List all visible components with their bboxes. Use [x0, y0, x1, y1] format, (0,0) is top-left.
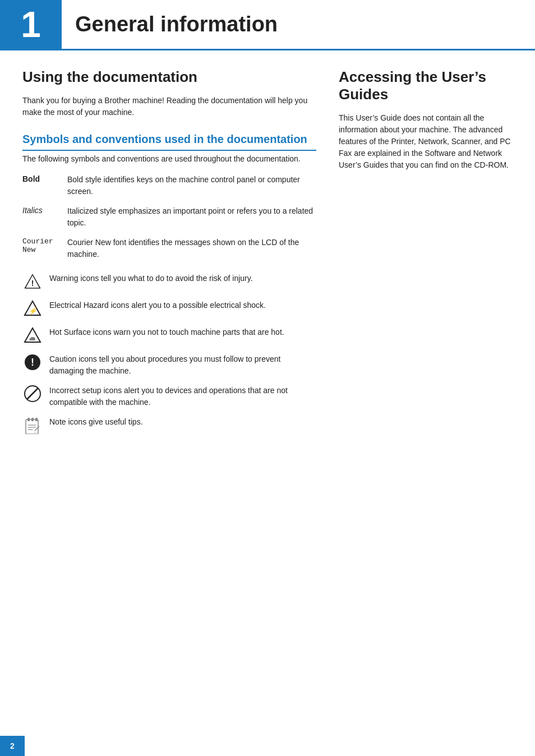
electrical-icon-desc: Electrical Hazard icons alert you to a p… [49, 298, 316, 311]
term-italic: Italics [22, 205, 67, 215]
symbols-conventions-title: Symbols and conventions used in the docu… [22, 132, 316, 151]
hot-surface-icon [24, 326, 41, 344]
convention-table: Bold Bold style identifies keys on the m… [22, 174, 316, 260]
svg-text:!: ! [31, 279, 34, 288]
icon-row-hot-surface: Hot Surface icons warn you not to touch … [22, 325, 316, 345]
hot-surface-icon-cell [22, 325, 43, 345]
icon-row-caution: ! Caution icons tell you about procedure… [22, 352, 316, 377]
svg-line-14 [27, 388, 38, 399]
hot-surface-icon-desc: Hot Surface icons warn you not to touch … [49, 325, 316, 338]
svg-marker-23 [34, 432, 36, 433]
electrical-icon-cell: ⚡ [22, 298, 43, 319]
note-icon [24, 416, 41, 434]
main-content: Using the documentation Thank you for bu… [0, 50, 535, 464]
page-number: 2 [10, 741, 15, 750]
svg-line-22 [35, 426, 39, 431]
svg-marker-5 [25, 328, 40, 342]
caution-icon: ! [24, 353, 41, 371]
incorrect-setup-icon-desc: Incorrect setup icons alert you to devic… [49, 384, 316, 408]
using-documentation-intro: Thank you for buying a Brother machine! … [22, 95, 316, 118]
chapter-number: 1 [21, 7, 41, 43]
term-bold: Bold [22, 174, 67, 183]
caution-icon-cell: ! [22, 352, 43, 372]
caution-icon-desc: Caution icons tell you about procedures … [49, 352, 316, 377]
convention-row-courier: CourierNew Courier New font identifies t… [22, 237, 316, 260]
warning-icon-desc: Warning icons tell you what to do to avo… [49, 271, 316, 284]
desc-italic: Italicized style emphasizes an important… [67, 205, 316, 229]
right-column: Accessing the User’s Guides This User’s … [339, 68, 513, 442]
icon-rows: ! Warning icons tell you what to do to a… [22, 271, 316, 435]
svg-rect-15 [26, 420, 38, 434]
svg-rect-17 [31, 418, 34, 421]
electrical-hazard-icon: ⚡ [24, 299, 41, 317]
icon-row-incorrect-setup: Incorrect setup icons alert you to devic… [22, 384, 316, 408]
note-icon-desc: Note icons give useful tips. [49, 415, 316, 428]
page-number-bg: 2 [0, 736, 25, 756]
svg-rect-16 [27, 418, 30, 421]
svg-rect-18 [35, 418, 38, 421]
incorrect-setup-icon [24, 385, 41, 403]
warning-icon-cell: ! [22, 271, 43, 292]
term-courier: CourierNew [22, 237, 67, 254]
left-column: Using the documentation Thank you for bu… [22, 68, 316, 442]
chapter-number-box: 1 [0, 0, 62, 49]
convention-row-italic: Italics Italicized style emphasizes an i… [22, 205, 316, 229]
svg-text:!: ! [31, 357, 34, 368]
warning-icon: ! [24, 273, 41, 291]
note-icon-cell [22, 415, 43, 435]
incorrect-setup-icon-cell [22, 384, 43, 404]
desc-courier: Courier New font identifies the messages… [67, 237, 316, 260]
page-header: 1 General information [0, 0, 535, 50]
chapter-title: General information [75, 12, 278, 36]
desc-bold: Bold style identifies keys on the machin… [67, 174, 316, 197]
convention-row-bold: Bold Bold style identifies keys on the m… [22, 174, 316, 197]
symbols-conventions-intro: The following symbols and conventions ar… [22, 153, 316, 165]
using-documentation-title: Using the documentation [22, 68, 316, 86]
icon-row-warning: ! Warning icons tell you what to do to a… [22, 271, 316, 292]
chapter-title-area: General information [62, 0, 278, 49]
icon-row-note: Note icons give useful tips. [22, 415, 316, 435]
accessing-guides-title: Accessing the User’s Guides [339, 68, 513, 103]
accessing-guides-body: This User’s Guide does not contain all t… [339, 112, 513, 171]
icon-row-electrical: ⚡ Electrical Hazard icons alert you to a… [22, 298, 316, 319]
page-footer: 2 [0, 736, 535, 756]
